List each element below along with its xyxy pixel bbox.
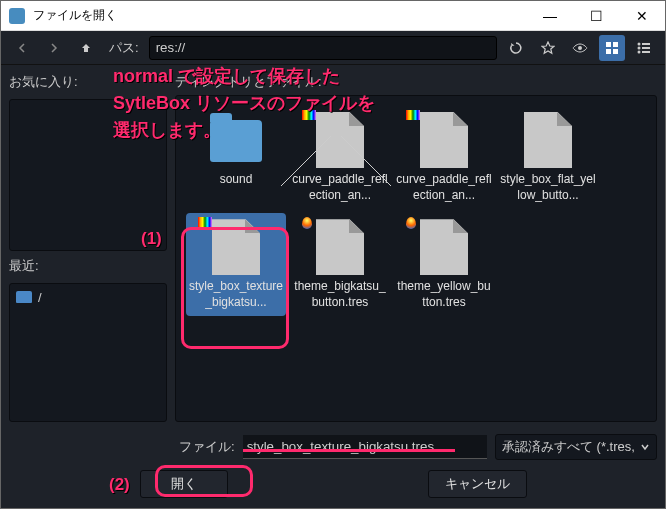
- svg-point-9: [638, 50, 641, 53]
- folder-icon: [16, 291, 32, 303]
- file-icon: [420, 112, 468, 168]
- path-label: パス:: [109, 39, 139, 57]
- svg-rect-4: [613, 49, 618, 54]
- file-label: style_box_texture_bigkatsu...: [188, 279, 284, 310]
- file-label: ファイル:: [179, 438, 235, 456]
- favorites-label: お気に入り:: [9, 73, 167, 91]
- folder-item[interactable]: sound: [186, 106, 286, 209]
- svg-rect-8: [642, 47, 650, 49]
- file-grid[interactable]: sound curve_paddle_reflection_an... curv…: [175, 95, 657, 422]
- path-input[interactable]: [149, 36, 497, 60]
- minimize-button[interactable]: —: [527, 1, 573, 31]
- file-icon: [420, 219, 468, 275]
- resource-badge-icon: [302, 110, 316, 120]
- toolbar: パス:: [1, 31, 665, 65]
- file-icon: [316, 112, 364, 168]
- folder-icon: [210, 120, 262, 162]
- open-button[interactable]: 開く: [140, 470, 228, 498]
- file-icon: [316, 219, 364, 275]
- favorites-panel: [9, 99, 167, 251]
- filter-select[interactable]: 承認済みすべて (*.tres,: [495, 434, 657, 460]
- window-title: ファイルを開く: [33, 7, 527, 24]
- cancel-button[interactable]: キャンセル: [428, 470, 527, 498]
- file-item[interactable]: curve_paddle_reflection_an...: [394, 106, 494, 209]
- recent-label: 最近:: [9, 257, 167, 275]
- svg-point-0: [578, 46, 582, 50]
- file-item-selected[interactable]: style_box_texture_bigkatsu...: [186, 213, 286, 316]
- file-label: curve_paddle_reflection_an...: [396, 172, 492, 203]
- svg-rect-6: [642, 43, 650, 45]
- file-label: theme_yellow_button.tres: [396, 279, 492, 310]
- svg-rect-10: [642, 51, 650, 53]
- file-item[interactable]: curve_paddle_reflection_an...: [290, 106, 390, 209]
- nav-up-button[interactable]: [73, 35, 99, 61]
- chevron-down-icon: [640, 442, 650, 452]
- app-icon: [9, 8, 25, 24]
- svg-rect-3: [606, 49, 611, 54]
- open-button-label: 開く: [171, 475, 197, 493]
- file-item[interactable]: style_box_flat_yellow_butto...: [498, 106, 598, 209]
- svg-point-5: [638, 42, 641, 45]
- file-icon: [212, 219, 260, 275]
- recent-item[interactable]: /: [16, 290, 160, 305]
- file-icon: [524, 112, 572, 168]
- filename-input[interactable]: [243, 435, 487, 459]
- file-item[interactable]: theme_yellow_button.tres: [394, 213, 494, 316]
- file-item[interactable]: theme_bigkatsu_button.tres: [290, 213, 390, 316]
- svg-rect-2: [613, 42, 618, 47]
- recent-panel: /: [9, 283, 167, 422]
- nav-forward-button[interactable]: [41, 35, 67, 61]
- file-label: curve_paddle_reflection_an...: [292, 172, 388, 203]
- recent-item-label: /: [38, 290, 42, 305]
- grid-view-button[interactable]: [599, 35, 625, 61]
- svg-rect-1: [606, 42, 611, 47]
- file-label: theme_bigkatsu_button.tres: [292, 279, 388, 310]
- resource-badge-icon: [406, 110, 420, 120]
- titlebar: ファイルを開く — ☐ ✕: [1, 1, 665, 31]
- theme-badge-icon: [302, 217, 312, 229]
- resource-badge-icon: [198, 217, 212, 227]
- file-label: sound: [188, 172, 284, 188]
- visibility-button[interactable]: [567, 35, 593, 61]
- refresh-button[interactable]: [503, 35, 529, 61]
- cancel-button-label: キャンセル: [445, 475, 510, 493]
- dir-files-label: ディレクトリとファイル:: [175, 73, 657, 91]
- theme-badge-icon: [406, 217, 416, 229]
- svg-point-7: [638, 46, 641, 49]
- filter-label: 承認済みすべて (*.tres,: [502, 438, 635, 456]
- list-view-button[interactable]: [631, 35, 657, 61]
- favorite-button[interactable]: [535, 35, 561, 61]
- close-button[interactable]: ✕: [619, 1, 665, 31]
- nav-back-button[interactable]: [9, 35, 35, 61]
- maximize-button[interactable]: ☐: [573, 1, 619, 31]
- file-label: style_box_flat_yellow_butto...: [500, 172, 596, 203]
